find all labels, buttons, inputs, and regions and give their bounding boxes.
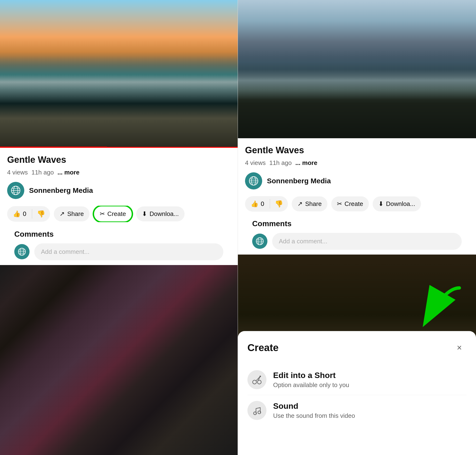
left-channel-name: Sonnenberg Media: [29, 186, 93, 195]
left-dislike-button[interactable]: 👎: [32, 206, 50, 222]
right-share-label: Share: [305, 200, 321, 208]
right-share-icon: ↗: [297, 200, 303, 208]
download-icon: ⬇: [142, 210, 147, 218]
right-comment-avatar: [252, 234, 267, 249]
right-video-meta: 4 views 11h ago ... more: [245, 159, 469, 167]
right-like-count: 0: [261, 200, 264, 208]
right-comment-avatar-icon: [255, 237, 264, 246]
left-download-button[interactable]: ⬇ Downloa...: [136, 206, 184, 221]
right-dislike-button[interactable]: 👎: [270, 196, 288, 212]
right-like-dislike-group: 👍 0 👎: [245, 196, 288, 212]
left-like-button[interactable]: 👍 0: [7, 206, 32, 221]
left-create-label: Create: [107, 210, 126, 218]
right-bottom-area: Create × Edit into a Short: [238, 255, 476, 455]
left-video-info: Gentle Waves 4 views 11h ago ... more So…: [0, 148, 238, 265]
right-download-label: Downloa...: [386, 200, 415, 208]
left-share-label: Share: [67, 210, 84, 218]
right-channel-row: Sonnenberg Media: [245, 172, 469, 189]
right-comment-input-row: Add a comment...: [252, 233, 462, 250]
right-like-button[interactable]: 👍 0: [245, 196, 270, 211]
globe-icon: [10, 185, 21, 196]
create-bottom-sheet: Create × Edit into a Short: [238, 331, 476, 455]
right-video-thumbnail[interactable]: [238, 0, 476, 138]
right-video-info: Gentle Waves 4 views 11h ago ... more So…: [238, 138, 476, 255]
left-share-button[interactable]: ↗ Share: [54, 206, 89, 221]
edit-short-title: Edit into a Short: [273, 371, 349, 380]
right-video-title: Gentle Waves: [245, 145, 469, 156]
right-create-icon: ✂: [337, 200, 342, 208]
left-comments-header: Comments: [14, 230, 223, 239]
left-panel: Gentle Waves 4 views 11h ago ... more So…: [0, 0, 238, 455]
sheet-title: Create: [247, 342, 279, 353]
right-globe-icon: [248, 176, 259, 186]
left-channel-row: Sonnenberg Media: [7, 182, 230, 199]
create-icon: ✂: [100, 210, 105, 218]
right-comments-section: Comments Add a comment...: [245, 219, 469, 250]
sound-title: Sound: [273, 401, 355, 411]
right-action-buttons: 👍 0 👎 ↗ Share ✂ Create ⬇ Downloa...: [245, 196, 469, 212]
sheet-header: Create ×: [247, 341, 467, 355]
left-create-button[interactable]: ✂ Create: [93, 206, 132, 222]
right-download-button[interactable]: ⬇ Downloa...: [373, 196, 421, 211]
left-video-meta: 4 views 11h ago ... more: [7, 169, 230, 176]
right-channel-name: Sonnenberg Media: [267, 177, 331, 185]
right-comment-input[interactable]: Add a comment...: [272, 233, 462, 250]
sound-text: Sound Use the sound from this video: [273, 401, 355, 420]
close-icon: ×: [457, 343, 462, 353]
sheet-close-button[interactable]: ×: [452, 341, 467, 355]
right-create-label: Create: [345, 200, 363, 208]
right-share-button[interactable]: ↗ Share: [292, 196, 327, 211]
right-more-link[interactable]: ... more: [295, 159, 317, 166]
sound-icon: [247, 401, 266, 420]
left-comment-avatar: [14, 244, 30, 259]
comment-avatar-globe-icon: [17, 247, 26, 256]
left-channel-avatar[interactable]: [7, 182, 24, 199]
left-video-title: Gentle Waves: [7, 154, 230, 165]
left-like-dislike-group: 👍 0 👎: [7, 206, 50, 222]
pixelated-overlay: [0, 265, 238, 455]
left-upload-time: 11h ago: [32, 169, 54, 176]
edit-short-icon: [247, 370, 266, 389]
left-comments-section: Comments Add a comment...: [7, 230, 230, 260]
left-video-thumbnail[interactable]: [0, 0, 238, 148]
right-thumbs-up-icon: 👍: [251, 200, 258, 208]
right-channel-avatar[interactable]: [245, 172, 262, 189]
right-upload-time: 11h ago: [269, 159, 292, 166]
right-view-count: 4 views: [245, 159, 266, 166]
right-comments-header: Comments: [252, 219, 462, 228]
thumbs-down-icon: 👎: [37, 210, 45, 218]
right-thumbs-down-icon: 👎: [275, 200, 283, 208]
left-view-count: 4 views: [7, 169, 28, 176]
left-like-count: 0: [23, 210, 26, 218]
left-bottom-blurred: [0, 265, 238, 455]
music-note-icon: [252, 405, 262, 416]
sheet-item-edit-short[interactable]: Edit into a Short Option available only …: [247, 365, 467, 395]
right-create-button[interactable]: ✂ Create: [331, 196, 369, 211]
left-more-link[interactable]: ... more: [57, 169, 79, 176]
left-download-label: Downloa...: [150, 210, 179, 218]
scissors-icon: [252, 374, 262, 385]
right-panel: Gentle Waves 4 views 11h ago ... more So…: [238, 0, 476, 455]
sound-subtitle: Use the sound from this video: [273, 412, 355, 420]
left-comment-input-row: Add a comment...: [14, 243, 223, 260]
thumbs-up-icon: 👍: [13, 210, 20, 218]
right-download-icon: ⬇: [378, 200, 384, 208]
left-action-buttons: 👍 0 👎 ↗ Share ✂ Create ⬇ Downloa...: [7, 206, 230, 222]
edit-short-subtitle: Option available only to you: [273, 381, 349, 389]
sheet-item-sound[interactable]: Sound Use the sound from this video: [247, 395, 467, 426]
left-comment-input[interactable]: Add a comment...: [34, 243, 223, 260]
svg-point-25: [260, 376, 261, 377]
edit-short-text: Edit into a Short Option available only …: [273, 371, 349, 389]
share-icon: ↗: [60, 210, 65, 218]
